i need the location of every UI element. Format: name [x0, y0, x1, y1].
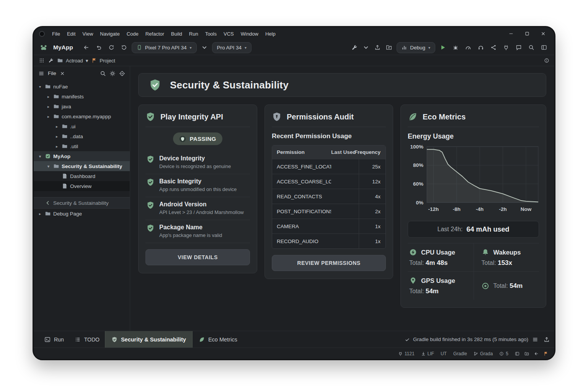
menu-item-file[interactable]: File: [49, 31, 64, 37]
permission-row[interactable]: RECORD_AUDIO1x: [272, 234, 385, 248]
permission-last-used: [331, 174, 359, 189]
status-item-label: Grada: [480, 351, 493, 356]
status-item-ut[interactable]: UT: [441, 351, 447, 356]
review-permissions-button[interactable]: REVIEW PERMISSIONS: [272, 255, 386, 271]
status-item-gradle[interactable]: Gradle: [453, 351, 467, 356]
notification-icon[interactable]: [544, 58, 549, 63]
tree-item-manifests[interactable]: ▸manifests: [34, 91, 130, 101]
profiler-button[interactable]: [463, 42, 473, 52]
tree-item-label: com.exampe.myappp: [62, 114, 111, 119]
debug-button[interactable]: [451, 42, 461, 52]
tree-item--ui[interactable]: ▸.ui: [34, 121, 130, 131]
build-tools-icon[interactable]: [350, 42, 359, 52]
breadcrumb-module[interactable]: Actroad ▾: [57, 57, 88, 64]
tree-item--data[interactable]: ▸..data: [34, 131, 130, 141]
energy-summary: Last 24h: 64 mAh used: [408, 221, 539, 238]
assistant-button[interactable]: [514, 42, 524, 52]
device-selector[interactable]: Pixel 7 Pro API 34 ▾: [132, 42, 197, 53]
menu-item-build[interactable]: Build: [168, 31, 186, 37]
tool-window-button-todo[interactable]: TODO: [69, 331, 105, 348]
bookmark-icon[interactable]: [544, 351, 548, 356]
run-config-selector[interactable]: Debug ▾: [397, 42, 435, 53]
menu-item-vcs[interactable]: VCS: [220, 31, 237, 37]
status-item-1121[interactable]: 1121: [398, 351, 415, 356]
permission-row[interactable]: READ_CONTACTS4x: [272, 189, 385, 204]
menu-item-refactor[interactable]: Refactor: [142, 31, 168, 37]
permission-row[interactable]: ACCESS_COARSE_LOCATION12x: [272, 174, 385, 189]
app-icon[interactable]: [39, 31, 45, 37]
tree-item-security-sustainability[interactable]: Security & Sustainability: [34, 197, 130, 209]
tree-item-nufae[interactable]: ▾nuFae: [34, 82, 130, 91]
menu-item-view[interactable]: View: [79, 31, 96, 37]
minimize-button[interactable]: [508, 31, 514, 36]
tree-item-dashboard[interactable]: Dashboard: [34, 171, 130, 181]
status-item-label: UT: [441, 351, 447, 356]
search-icon[interactable]: [100, 70, 106, 77]
tool-windows-icon[interactable]: [39, 57, 45, 64]
refresh-button[interactable]: [106, 42, 116, 52]
menu-item-edit[interactable]: Edit: [64, 31, 79, 37]
search-everywhere-button[interactable]: [526, 42, 536, 52]
api-selector[interactable]: Pro API 34 ▾: [212, 42, 252, 53]
tree-item-overview[interactable]: Overview: [34, 181, 130, 191]
scroll-to-end-icon[interactable]: [532, 336, 538, 343]
cpu-icon: [409, 248, 417, 256]
menu-item-tools[interactable]: Tools: [202, 31, 220, 37]
permission-name: CAMERA: [272, 219, 331, 234]
settings-wrench-icon[interactable]: [48, 58, 54, 63]
tree-item-label: Security & Sustainability: [62, 163, 122, 169]
sync-button[interactable]: [119, 42, 129, 52]
bottom-tab-eco-metrics[interactable]: Eco Metrics: [193, 331, 243, 348]
layout-button[interactable]: [539, 42, 549, 52]
split-editor-icon[interactable]: [515, 351, 519, 356]
back-nav-icon[interactable]: [534, 351, 539, 356]
tree-item-security-sustainability[interactable]: ▾Security & Sustainability: [34, 161, 130, 171]
tree-item--util[interactable]: ▸.util: [34, 141, 130, 151]
bottom-tab-security-sustainability[interactable]: Security & Sustainability: [105, 331, 193, 348]
permission-last-used: [331, 204, 359, 219]
menu-item-code[interactable]: Code: [123, 31, 142, 37]
tree-item-java[interactable]: ▸java: [34, 101, 130, 111]
undo-button[interactable]: [94, 42, 104, 52]
open-in-new-icon[interactable]: [544, 336, 550, 343]
build-tools-chevron-icon[interactable]: [361, 42, 371, 52]
breadcrumb-target[interactable]: Project: [91, 58, 115, 64]
status-item-lif[interactable]: LIF: [421, 351, 434, 356]
folder-icon: [53, 113, 59, 119]
export-icon[interactable]: [372, 42, 382, 52]
close-panel-icon[interactable]: [60, 71, 65, 76]
locate-file-icon[interactable]: [119, 70, 125, 77]
menu-item-window[interactable]: Window: [237, 31, 262, 37]
panel-menu-icon[interactable]: [38, 70, 44, 77]
tree-item-myaop[interactable]: ▾MyAop: [34, 151, 130, 161]
maximize-button[interactable]: [524, 31, 530, 36]
run-button[interactable]: [438, 42, 448, 52]
menu-item-run[interactable]: Run: [186, 31, 202, 37]
status-item-grada[interactable]: Grada: [474, 351, 493, 356]
tree-item-debug-page[interactable]: ▸Debug Page: [34, 209, 130, 219]
menu-item-navigate[interactable]: Navigate: [96, 31, 123, 37]
view-details-button[interactable]: VIEW DETAILS: [145, 249, 250, 265]
gear-icon[interactable]: [109, 70, 116, 77]
folder-icon: [45, 83, 51, 90]
permission-row[interactable]: CAMERA1x: [272, 219, 385, 234]
tree-item-label: Dashboard: [70, 173, 95, 179]
menu-item-help[interactable]: Help: [262, 31, 279, 37]
export-icon: [374, 44, 381, 51]
share-button[interactable]: [488, 42, 498, 52]
svg-text:0%: 0%: [416, 200, 423, 206]
device-stream-button[interactable]: [501, 42, 511, 52]
close-button[interactable]: [541, 31, 546, 36]
permission-row[interactable]: ACCESS_FINE_LOCATION25x: [272, 159, 385, 174]
check-shield-icon: [146, 224, 155, 232]
device-dropdown-button[interactable]: [199, 42, 209, 52]
add-folder-icon[interactable]: [384, 42, 394, 52]
project-files-icon[interactable]: [524, 351, 529, 356]
status-item-5[interactable]: 5: [499, 351, 508, 356]
file-icon: [62, 183, 68, 189]
tree-item-com-exampe-myappp[interactable]: ▸com.exampe.myappp: [34, 111, 130, 121]
back-button[interactable]: [81, 42, 91, 52]
tool-window-button-run[interactable]: Run: [39, 331, 69, 348]
permission-row[interactable]: POST_NOTIFICATIONS2x: [272, 204, 385, 219]
attach-debugger-button[interactable]: [476, 42, 486, 52]
